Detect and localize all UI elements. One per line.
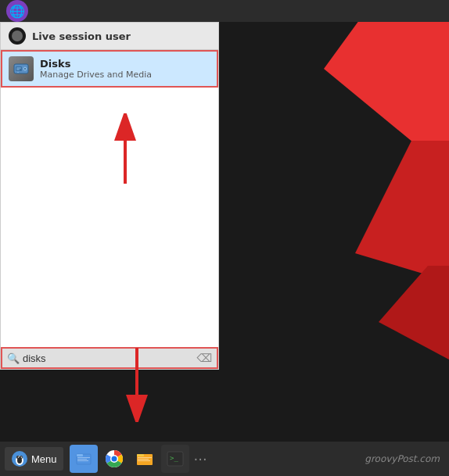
taskbar-app-filemanager[interactable]	[70, 445, 98, 473]
svg-rect-27	[137, 454, 144, 456]
taskbar-menu-icon	[11, 450, 28, 467]
svg-point-16	[18, 456, 20, 458]
svg-rect-19	[77, 454, 83, 456]
taskbar-app-files[interactable]	[131, 445, 159, 473]
result-item-title: Disks	[40, 58, 152, 70]
svg-text:>_: >_	[170, 454, 178, 462]
result-item-text: Disks Manage Drives and Media	[40, 58, 152, 80]
svg-rect-21	[77, 459, 87, 460]
globe-icon: 🌐	[9, 4, 25, 19]
taskbar-apps: >_	[70, 445, 189, 473]
svg-rect-1	[16, 66, 22, 71]
taskbar-app-chrome[interactable]	[100, 445, 128, 473]
annotation-arrow-down	[113, 344, 160, 425]
taskbar-menu-label: Menu	[31, 453, 57, 465]
svg-point-25	[111, 456, 117, 462]
search-clear-button[interactable]: ⌫	[196, 352, 212, 364]
user-avatar	[9, 27, 26, 45]
app-search-bar: 🔍 ⌫	[1, 347, 218, 369]
svg-rect-4	[16, 68, 21, 69]
watermark-label: groovyPost.com	[365, 453, 440, 464]
search-icon: 🔍	[7, 353, 20, 364]
app-menu-popup: Live session user	[0, 22, 219, 370]
svg-rect-5	[16, 70, 20, 70]
svg-rect-30	[138, 460, 150, 461]
svg-point-6	[17, 72, 18, 73]
decorative-shape-2	[355, 141, 449, 281]
taskbar-app-terminal[interactable]: >_	[161, 445, 189, 473]
disks-app-icon	[9, 56, 34, 81]
globe-menu-button[interactable]: 🌐	[6, 0, 28, 22]
top-panel: 🌐	[0, 0, 449, 22]
taskbar: Menu	[0, 442, 449, 476]
annotation-arrow-up	[102, 113, 149, 195]
username-label: Live session user	[32, 30, 131, 42]
svg-rect-22	[77, 460, 88, 461]
svg-point-17	[21, 456, 23, 458]
search-input[interactable]	[23, 353, 193, 364]
result-item-description: Manage Drives and Media	[40, 70, 152, 80]
result-item-disks[interactable]: Disks Manage Drives and Media	[1, 50, 218, 88]
svg-rect-29	[138, 459, 149, 460]
app-menu-header: Live session user	[1, 23, 218, 50]
desktop: 🌐 Live session user	[0, 0, 449, 476]
svg-rect-28	[138, 457, 152, 458]
taskbar-more-dots: ···	[194, 451, 207, 467]
svg-rect-20	[77, 457, 90, 458]
decorative-shape-3	[379, 266, 449, 360]
taskbar-menu-button[interactable]: Menu	[5, 447, 63, 471]
search-results-area: Disks Manage Drives and Media	[1, 50, 218, 347]
svg-point-3	[24, 68, 26, 70]
